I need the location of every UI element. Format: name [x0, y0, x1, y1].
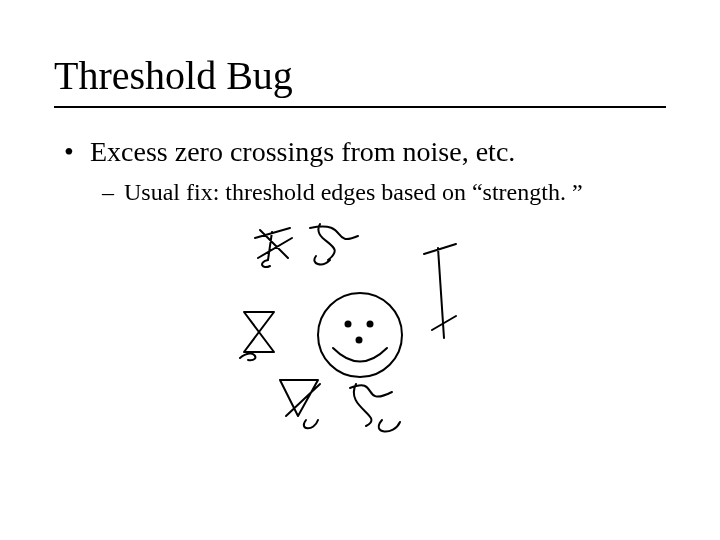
face-eye — [345, 321, 352, 328]
bullet-level2: – Usual fix: threshold edges based on “s… — [102, 177, 666, 207]
noise-scribble-3 — [424, 244, 456, 338]
bullet-level1: • Excess zero crossings from noise, etc. — [64, 134, 666, 169]
bullet-marker-disc: • — [64, 134, 90, 169]
bullet-level1-text: Excess zero crossings from noise, etc. — [90, 134, 515, 169]
face-smile — [333, 348, 387, 362]
noise-scribble-4 — [240, 312, 274, 360]
face-eye — [367, 321, 374, 328]
noise-scribble-6 — [350, 384, 400, 432]
title-underline — [54, 106, 666, 108]
slide: Threshold Bug • Excess zero crossings fr… — [0, 0, 720, 540]
illustration-smiley-noise — [210, 220, 510, 440]
bullet-marker-dash: – — [102, 177, 124, 207]
illustration-svg — [210, 220, 510, 440]
face-outline — [318, 293, 402, 377]
noise-scribble-2 — [310, 224, 358, 264]
slide-title: Threshold Bug — [54, 54, 293, 98]
noise-scribble-1 — [255, 228, 292, 267]
noise-scribble-5 — [280, 380, 320, 428]
slide-body: • Excess zero crossings from noise, etc.… — [64, 134, 666, 207]
bullet-level2-text: Usual fix: threshold edges based on “str… — [124, 177, 583, 207]
face-nose — [356, 337, 363, 344]
